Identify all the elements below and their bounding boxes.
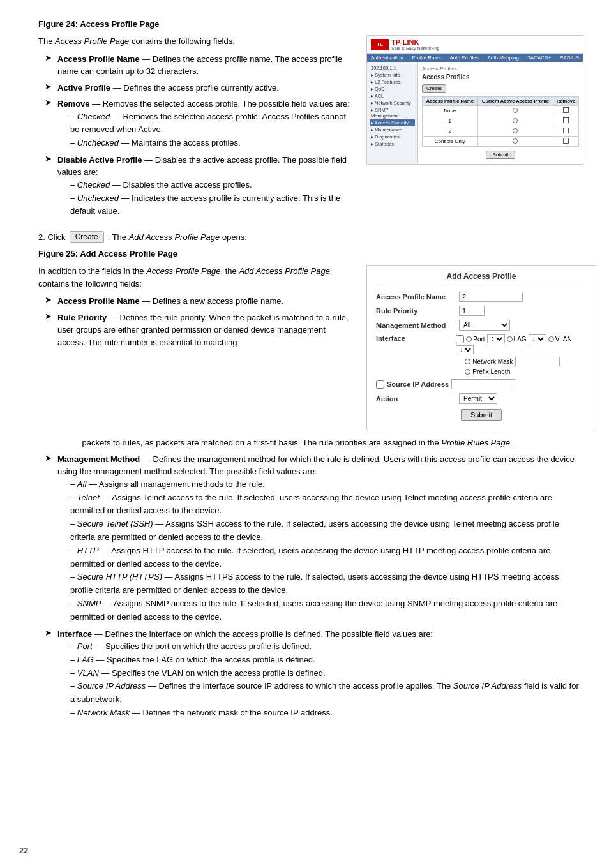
bullet-remove: ➤ Remove — Removes the selected access p… [38,98,354,150]
sub-bullets-method: – All — Assigns all management methods t… [57,478,583,624]
bullet-arrow-4: ➤ [45,154,52,218]
bullet-content-4: Disable Active Profile — Disables the ac… [57,154,354,218]
col-profile-name: Access Profile Name [423,97,478,106]
bullet-disable-active: ➤ Disable Active Profile — Disables the … [38,154,354,218]
bullet-management-method: ➤ Management Method — Defines the manage… [38,453,583,624]
source-ip-checkbox[interactable] [376,380,384,389]
access-profiles-table: Access Profile Name Current Active Acces… [422,96,579,147]
port-radio [466,336,472,342]
port-option: Port [466,336,485,343]
table-row: None [423,106,579,116]
interface-label: Interface [376,334,456,342]
tplink-header: TL TP-LINKSafe & Easy Networking [367,36,583,54]
form-row-action: Action Permit Deny [376,393,587,404]
network-mask-radio [465,359,470,364]
action-label: Action [376,395,459,403]
bullet-arrow-rule: ➤ [45,311,52,349]
add-profile-submit-btn[interactable]: Submit [461,409,502,421]
vlan-select[interactable]: 1 [456,345,474,354]
source-ip-input[interactable] [451,379,515,389]
sidebar-snmp: ▸ SNMP Management [370,107,415,119]
sidebar-acl: ▸ ACL [370,93,415,100]
port-select[interactable]: 01 [487,334,505,343]
bullet-content-add: Access Profile Name — Defines a new acce… [57,295,354,308]
add-profile-form: Add Access Profile Access Profile Name R… [366,265,596,430]
tplink-content: 192.168.1.1 ▸ System Info ▸ L2 Features … [367,62,583,164]
nav-radius: RADIUS [560,55,579,61]
cell-remove [553,137,579,147]
rule-priority-cont: packets to rules, as packets are matched… [38,437,583,449]
sidebar-stats: ▸ Statistics [370,140,415,147]
nav-authentication: Authentication [371,55,403,61]
tplink-logo: TP-LINKSafe & Easy Networking [391,38,439,50]
create-button-label[interactable]: Create [70,231,104,243]
sub-bullets-interface: – Port — Specifies the port on which the… [57,640,583,720]
figure25-title: Figure 25: Add Access Profile Page [38,249,583,258]
sidebar-qos: ▸ QoS [370,86,415,93]
cell-active [477,106,553,116]
figure24-text-col: The Access Profile Page contains the fol… [38,35,354,222]
source-ip-label: Source IP Address [387,380,449,388]
form-row-source-ip: Source IP Address [376,379,587,389]
prefix-length-radio [465,369,470,375]
sidebar-network: ▸ Network Security [370,100,415,107]
sidebar-system: ▸ System Info [370,71,415,79]
priority-label: Rule Priority [376,307,459,315]
bullet-content-interface: Interface — Defines the interface on whi… [57,628,583,720]
col-current-active: Current Active Access Profile [477,97,553,106]
figure24-title: Figure 24: Access Profile Page [38,19,583,29]
bullet-content-2: Active Profile — Defines the access prof… [57,82,354,94]
form-row-name: Access Profile Name [376,292,587,302]
network-mask-input[interactable] [515,357,560,366]
prefix-length-label: Prefix Length [472,368,510,375]
figure24-section: The Access Profile Page contains the fol… [38,35,583,222]
nav-auth-profiles: Auth Profiles [449,55,478,61]
bullet-content-method: Management Method — Defines the manageme… [57,453,583,624]
network-options: Network Mask Prefix Length [456,357,587,375]
bullet-arrow-2: ➤ [45,82,52,94]
tplink-submit-btn[interactable]: Submit [486,151,516,159]
form-row-priority: Rule Priority [376,306,587,316]
nav-profile-rules: Profile Rules [412,55,440,61]
form-row-interface: Interface Port 01 LAG [376,334,587,375]
tplink-sidebar: 192.168.1.1 ▸ System Info ▸ L2 Features … [367,62,418,164]
cell-active [477,126,553,137]
sidebar-diag: ▸ Diagnostics [370,133,415,140]
cell-name: 2 [423,126,478,137]
network-col: Network Mask Prefix Length [465,357,559,375]
page-number: 22 [19,846,28,855]
bullet-arrow-interface: ➤ [45,628,52,720]
bullet-content: Access Profile Name — Defines the access… [57,53,354,78]
tplink-main: Access Profiles Access Profiles Create A… [418,62,583,164]
priority-input[interactable] [459,306,485,316]
bullet-access-profile-name: ➤ Access Profile Name — Defines the acce… [38,53,354,78]
source-ip-group: Source IP Address [376,379,515,389]
method-select[interactable]: All Telnet SSH HTTP HTTPS SNMP [459,320,510,331]
nav-auth-mapping: Auth Mapping [487,55,518,61]
cell-name: Console Only [423,137,478,147]
bullet-rule-priority: ➤ Rule Priority — Defines the rule prior… [38,311,354,349]
vlan-radio [548,336,554,342]
sub-bullets-disable: – Checked — Disables the active access p… [57,179,354,218]
name-input[interactable] [459,292,523,302]
table-row: Console Only [423,137,579,147]
network-mask-option: Network Mask [465,357,559,366]
bullet-arrow-method: ➤ [45,453,52,624]
add-profile-title: Add Access Profile [376,272,587,285]
table-row: 2 [423,126,579,137]
bullet-content-3: Remove — Removes the selected access pro… [57,98,354,150]
figure25-section: In addition to the fields in the Access … [38,265,583,430]
cell-active [477,137,553,147]
nav-tacacs: TACACS+ [528,55,552,61]
action-select[interactable]: Permit Deny [459,393,497,404]
tplink-create-btn[interactable]: Create [422,84,446,93]
section-title: Access Profiles [422,73,579,80]
step2-line: 2. Click Create . The Add Access Profile… [38,231,583,243]
lag-select[interactable]: 1 [529,334,546,343]
lag-radio [507,336,513,342]
cell-remove [553,106,579,116]
sidebar-l2: ▸ L2 Features [370,79,415,86]
cell-remove [553,116,579,126]
sidebar-access: ▸ Access Security [370,119,415,126]
interface-checkbox[interactable] [456,335,464,343]
